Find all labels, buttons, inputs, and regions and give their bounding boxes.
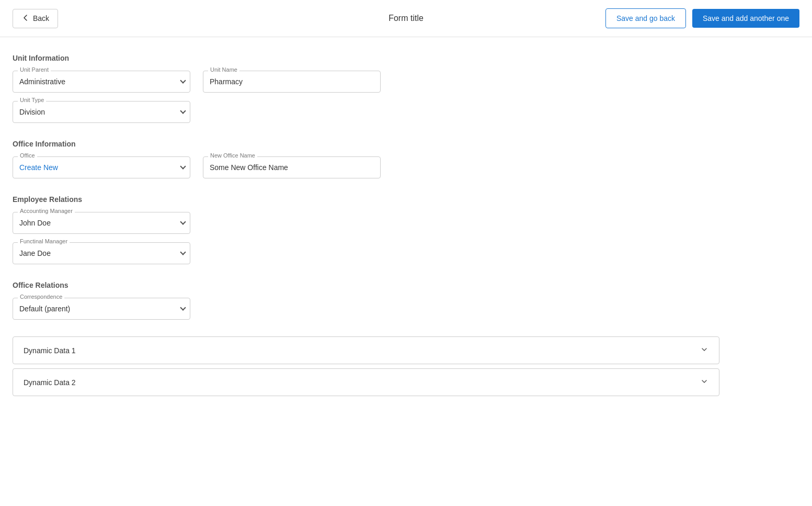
employee-row-2: Functinal Manager Jane Doe (13, 242, 719, 264)
unit-type-label: Unit Type (18, 97, 46, 103)
functional-manager-label: Functinal Manager (18, 238, 70, 244)
correspondence-label: Correspondence (18, 294, 64, 300)
unit-row-1: Unit Parent Administrative Unit Name (13, 71, 719, 93)
office-relations-section: Office Relations Correspondence Default … (13, 281, 719, 320)
unit-name-field: Unit Name (203, 71, 381, 93)
accounting-manager-select[interactable]: John Doe (13, 212, 190, 234)
unit-type-field: Unit Type Division (13, 101, 190, 123)
unit-parent-field: Unit Parent Administrative (13, 71, 190, 93)
back-button[interactable]: Back (13, 9, 58, 28)
save-and-add-another-button[interactable]: Save and add another one (692, 9, 799, 28)
dynamic-data-1-header[interactable]: Dynamic Data 1 (13, 337, 719, 364)
office-information-section: Office Information Office Create New New… (13, 140, 719, 178)
accounting-manager-label: Accounting Manager (18, 208, 75, 214)
employee-relations-title: Employee Relations (13, 195, 719, 204)
unit-parent-label: Unit Parent (18, 66, 51, 73)
employee-row-1: Accounting Manager John Doe (13, 212, 719, 234)
unit-type-select[interactable]: Division (13, 101, 190, 123)
new-office-name-label: New Office Name (208, 152, 257, 159)
correspondence-select-wrapper: Default (parent) (13, 298, 190, 320)
dynamic-data-2-label: Dynamic Data 2 (24, 378, 76, 387)
unit-parent-select-wrapper: Administrative (13, 71, 190, 93)
correspondence-field: Correspondence Default (parent) (13, 298, 190, 320)
unit-parent-select[interactable]: Administrative (13, 71, 190, 93)
new-office-name-field: New Office Name (203, 156, 381, 178)
header-actions: Save and go back Save and add another on… (605, 8, 799, 28)
office-label: Office (18, 152, 37, 159)
back-button-label: Back (33, 14, 49, 23)
unit-information-title: Unit Information (13, 54, 719, 62)
page-header: Back Form title Save and go back Save an… (0, 0, 812, 37)
dynamic-data-2-chevron-icon (700, 377, 708, 387)
employee-relations-section: Employee Relations Accounting Manager Jo… (13, 195, 719, 264)
office-field: Office Create New (13, 156, 190, 178)
accounting-manager-field: Accounting Manager John Doe (13, 212, 190, 234)
unit-row-2: Unit Type Division (13, 101, 719, 123)
header-left: Back (13, 9, 58, 28)
dynamic-data-2-header[interactable]: Dynamic Data 2 (13, 369, 719, 396)
office-relations-row-1: Correspondence Default (parent) (13, 298, 719, 320)
save-and-go-back-button[interactable]: Save and go back (605, 8, 686, 28)
unit-type-select-wrapper: Division (13, 101, 190, 123)
office-relations-title: Office Relations (13, 281, 719, 289)
dynamic-data-1-chevron-icon (700, 345, 708, 355)
form-title: Form title (388, 14, 424, 23)
dynamic-data-2-accordion: Dynamic Data 2 (13, 368, 719, 396)
functional-manager-field: Functinal Manager Jane Doe (13, 242, 190, 264)
new-office-name-input[interactable] (203, 156, 381, 178)
dynamic-data-1-label: Dynamic Data 1 (24, 346, 76, 355)
office-select-wrapper: Create New (13, 156, 190, 178)
office-information-title: Office Information (13, 140, 719, 148)
accounting-manager-select-wrapper: John Doe (13, 212, 190, 234)
back-arrow-icon (21, 14, 30, 24)
office-select[interactable]: Create New (13, 156, 190, 178)
main-content: Unit Information Unit Parent Administrat… (0, 37, 732, 417)
office-row-1: Office Create New New Office Name (13, 156, 719, 178)
unit-information-section: Unit Information Unit Parent Administrat… (13, 54, 719, 123)
unit-name-label: Unit Name (208, 66, 239, 73)
unit-name-input[interactable] (203, 71, 381, 93)
correspondence-select[interactable]: Default (parent) (13, 298, 190, 320)
functional-manager-select[interactable]: Jane Doe (13, 242, 190, 264)
dynamic-data-1-accordion: Dynamic Data 1 (13, 336, 719, 364)
functional-manager-select-wrapper: Jane Doe (13, 242, 190, 264)
